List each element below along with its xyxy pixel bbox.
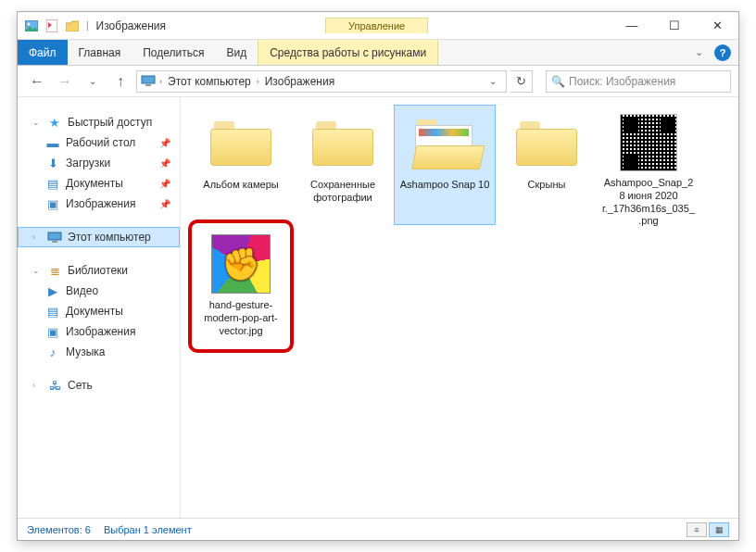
refresh-button[interactable]: ↻ xyxy=(510,70,533,93)
file-item[interactable]: hand-gesture-modern-pop-art-vector.jpg xyxy=(190,225,292,345)
file-item[interactable]: Скрыны xyxy=(496,105,598,225)
back-button[interactable]: ← xyxy=(25,69,49,94)
close-button[interactable]: ✕ xyxy=(696,12,738,40)
window-title: Изображения xyxy=(96,19,166,32)
svg-point-1 xyxy=(28,22,31,25)
star-icon: ★ xyxy=(47,115,62,130)
document-icon: ▤ xyxy=(45,176,60,191)
address-dropdown-icon[interactable]: ⌄ xyxy=(484,76,502,86)
search-placeholder: Поиск: Изображения xyxy=(569,75,675,88)
pictures-icon[interactable] xyxy=(23,18,40,34)
tree-desktop[interactable]: ▬Рабочий стол📌 xyxy=(18,132,180,153)
tab-file[interactable]: Файл xyxy=(18,40,68,65)
forward-button[interactable]: → xyxy=(53,69,77,94)
tab-share[interactable]: Поделиться xyxy=(132,40,215,65)
tree-lib-pictures[interactable]: ▣Изображения xyxy=(18,321,180,342)
chevron-right-icon[interactable]: › xyxy=(257,77,259,86)
file-label: Сохраненные фотографии xyxy=(296,179,390,205)
svg-rect-3 xyxy=(142,76,155,83)
context-tab-label: Управление xyxy=(325,18,428,33)
search-box[interactable]: 🔍 Поиск: Изображения xyxy=(546,70,731,93)
search-icon: 🔍 xyxy=(547,75,569,88)
view-large-button[interactable]: ▦ xyxy=(709,522,729,537)
pin-icon: 📌 xyxy=(159,158,170,169)
folder-icon xyxy=(307,114,379,173)
status-bar: Элементов: 6 Выбран 1 элемент ≡ ▦ xyxy=(18,518,738,540)
folder-qat-icon[interactable] xyxy=(64,18,81,34)
file-label: hand-gesture-modern-pop-art-vector.jpg xyxy=(194,299,288,337)
folder-icon xyxy=(510,114,583,173)
nav-tree[interactable]: ⌄★Быстрый доступ ▬Рабочий стол📌 ⬇Загрузк… xyxy=(18,97,181,518)
picture-icon: ▣ xyxy=(45,324,60,339)
tree-pictures[interactable]: ▣Изображения📌 xyxy=(18,194,180,214)
maximize-button[interactable]: ☐ xyxy=(653,12,696,40)
tab-home[interactable]: Главная xyxy=(68,40,132,65)
file-item[interactable]: Ashampoo Snap 10 xyxy=(394,105,496,225)
network-icon: 🖧 xyxy=(47,378,62,393)
tree-lib-documents[interactable]: ▤Документы xyxy=(18,301,180,321)
image-thumbnail xyxy=(205,234,277,294)
file-item[interactable]: Альбом камеры xyxy=(190,105,292,225)
pc-icon xyxy=(47,230,62,245)
chevron-right-icon[interactable]: › xyxy=(159,77,162,86)
file-label: Скрыны xyxy=(528,179,566,192)
file-label: Ashampoo_Snap_28 июня 2020 г._17h36m16s_… xyxy=(601,177,696,228)
svg-rect-6 xyxy=(52,241,57,243)
file-item[interactable]: Сохраненные фотографии xyxy=(292,105,394,225)
tree-documents[interactable]: ▤Документы📌 xyxy=(18,173,180,194)
tree-downloads[interactable]: ⬇Загрузки📌 xyxy=(18,153,180,173)
svg-rect-5 xyxy=(48,232,61,240)
music-icon: ♪ xyxy=(45,345,60,359)
status-selection: Выбран 1 элемент xyxy=(104,524,192,535)
tree-music[interactable]: ♪Музыка xyxy=(18,342,180,362)
pin-icon: 📌 xyxy=(159,199,170,209)
breadcrumb-folder[interactable]: Изображения xyxy=(263,75,336,88)
video-icon: ▶ xyxy=(45,283,60,298)
tree-network[interactable]: ›🖧Сеть xyxy=(18,375,180,395)
pin-icon: 📌 xyxy=(159,138,170,148)
breadcrumb-root[interactable]: Этот компьютер xyxy=(166,75,253,88)
file-label: Альбом камеры xyxy=(203,179,278,192)
file-pane[interactable]: Альбом камерыСохраненные фотографииAsham… xyxy=(181,97,738,518)
svg-rect-4 xyxy=(145,84,151,86)
pin-icon: 📌 xyxy=(159,179,170,189)
download-icon: ⬇ xyxy=(45,156,60,170)
image-thumbnail xyxy=(612,114,685,171)
up-button[interactable]: ↑ xyxy=(108,69,132,94)
view-details-button[interactable]: ≡ xyxy=(687,522,707,537)
tree-this-pc[interactable]: ›Этот компьютер xyxy=(18,227,180,247)
folder-icon xyxy=(205,114,277,173)
minimize-button[interactable]: — xyxy=(611,12,653,40)
desktop-icon: ▬ xyxy=(45,135,60,150)
ribbon-collapse-icon[interactable]: ⌄ xyxy=(687,40,711,65)
ribbon-tabs: Файл Главная Поделиться Вид Средства раб… xyxy=(18,40,738,66)
svg-rect-2 xyxy=(46,19,57,32)
contextual-tab-group: Управление xyxy=(325,18,428,33)
file-label: Ashampoo Snap 10 xyxy=(400,179,490,192)
file-item[interactable]: Ashampoo_Snap_28 июня 2020 г._17h36m16s_… xyxy=(598,105,699,225)
nav-toolbar: ← → ⌄ ↑ › Этот компьютер › Изображения ⌄… xyxy=(18,66,738,97)
tree-quick-access[interactable]: ⌄★Быстрый доступ xyxy=(18,112,180,132)
quick-access-toolbar: | xyxy=(23,18,89,34)
document-icon: ▤ xyxy=(45,304,60,319)
recent-locations-button[interactable]: ⌄ xyxy=(81,69,105,94)
picture-icon: ▣ xyxy=(45,196,60,211)
library-icon: ≣ xyxy=(47,263,62,278)
tab-view[interactable]: Вид xyxy=(215,40,258,65)
address-bar[interactable]: › Этот компьютер › Изображения ⌄ xyxy=(136,70,507,93)
explorer-window: | Изображения Управление — ☐ ✕ Файл Глав… xyxy=(17,11,739,541)
tree-libraries[interactable]: ⌄≣Библиотеки xyxy=(18,260,180,281)
help-icon[interactable]: ? xyxy=(714,44,731,61)
properties-icon[interactable] xyxy=(44,18,60,34)
qat-divider: | xyxy=(86,20,89,31)
titlebar: | Изображения Управление — ☐ ✕ xyxy=(18,12,738,40)
tab-picture-tools[interactable]: Средства работы с рисунками xyxy=(258,40,438,65)
folder-preview-icon xyxy=(409,114,481,173)
pc-icon xyxy=(141,73,156,90)
status-count: Элементов: 6 xyxy=(27,524,91,535)
tree-video[interactable]: ▶Видео xyxy=(18,281,180,301)
